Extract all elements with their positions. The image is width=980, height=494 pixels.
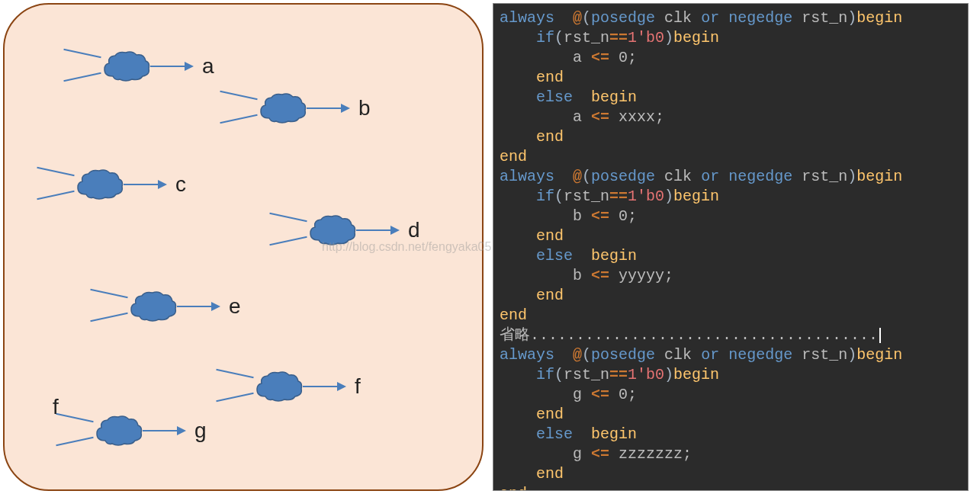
cloud-node-c: c [73, 168, 125, 200]
code-line: if(rst_n==1'b0)begin [500, 28, 962, 48]
code-line: g <= zzzzzzz; [500, 444, 962, 464]
input-arrow-1 [216, 369, 253, 378]
cloud-icon [100, 50, 152, 82]
input-arrow-2 [56, 437, 93, 446]
cloud-node-a: a [100, 50, 152, 82]
cloud-icon [73, 168, 125, 200]
cloud-icon [127, 290, 178, 322]
input-arrow-1 [56, 413, 93, 422]
node-label-g: g [194, 419, 207, 443]
code-line: end [500, 405, 962, 425]
cloud-node-f: f [252, 370, 304, 403]
input-arrow-1 [90, 289, 127, 298]
input-arrow-1 [63, 49, 101, 58]
input-arrow-2 [37, 191, 74, 200]
code-line: end [500, 226, 962, 246]
code-line: end [500, 306, 962, 326]
code-line: g <= 0; [500, 385, 962, 405]
code-line: a <= 0; [500, 48, 962, 68]
input-arrow-2 [269, 236, 307, 245]
output-arrow [307, 107, 349, 109]
input-arrow-1 [37, 167, 74, 176]
cursor-icon [879, 328, 881, 343]
output-arrow [143, 430, 185, 431]
output-arrow [124, 184, 165, 185]
code-line: end [500, 464, 962, 484]
code-line: if(rst_n==1'b0)begin [500, 187, 962, 207]
code-line: end [500, 68, 962, 88]
node-label-e: e [229, 294, 241, 319]
node-label-c: c [175, 172, 186, 197]
code-line: else begin [500, 88, 962, 107]
code-line: always @(posedge clk or negedge rst_n)be… [500, 345, 962, 365]
node-label-d: d [408, 218, 420, 242]
code-line: else begin [500, 246, 962, 266]
code-panel: always @(posedge clk or negedge rst_n)be… [493, 3, 969, 491]
extra-input-label: f [53, 395, 59, 419]
input-arrow-2 [220, 114, 257, 124]
cloud-icon [252, 370, 304, 403]
cloud-node-b: b [256, 92, 308, 124]
output-arrow [356, 229, 398, 231]
output-arrow [150, 66, 192, 67]
code-line: always @(posedge clk or negedge rst_n)be… [500, 8, 962, 28]
cloud-node-g: f g [92, 415, 144, 447]
code-line: end [500, 127, 962, 147]
cloud-icon [92, 415, 144, 447]
code-line: 省略...................................... [500, 326, 962, 345]
code-line: end [500, 286, 962, 306]
code-line: a <= xxxx; [500, 107, 962, 127]
node-label-b: b [358, 96, 371, 120]
cloud-node-e: e [127, 290, 178, 322]
input-arrow-1 [269, 213, 307, 222]
code-line: b <= 0; [500, 207, 962, 226]
input-arrow-1 [220, 91, 257, 100]
node-label-f: f [355, 374, 361, 399]
code-line: end [500, 147, 962, 167]
watermark-text: http://blog.csdn.net/fengyaka05 [322, 240, 491, 254]
node-label-a: a [202, 54, 214, 79]
code-line: else begin [500, 425, 962, 444]
code-line: if(rst_n==1'b0)begin [500, 365, 962, 385]
input-arrow-2 [90, 313, 127, 322]
code-line: end [500, 484, 962, 491]
output-arrow [303, 386, 345, 387]
input-arrow-2 [216, 393, 253, 402]
output-arrow [177, 306, 219, 307]
input-arrow-2 [63, 72, 101, 82]
code-line: always @(posedge clk or negedge rst_n)be… [500, 167, 962, 187]
code-line: b <= yyyyy; [500, 266, 962, 286]
cloud-icon [256, 92, 308, 124]
